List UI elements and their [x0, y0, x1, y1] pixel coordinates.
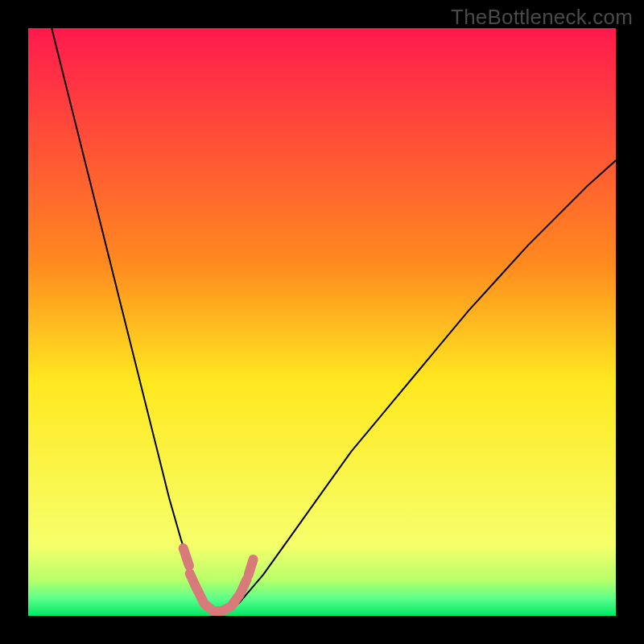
chart-frame: TheBottleneck.com	[0, 0, 644, 644]
highlight-band	[249, 559, 254, 575]
highlight-band	[184, 548, 189, 566]
chart-background	[28, 28, 616, 616]
bottleneck-chart	[28, 28, 616, 616]
watermark-text: TheBottleneck.com	[451, 5, 633, 30]
